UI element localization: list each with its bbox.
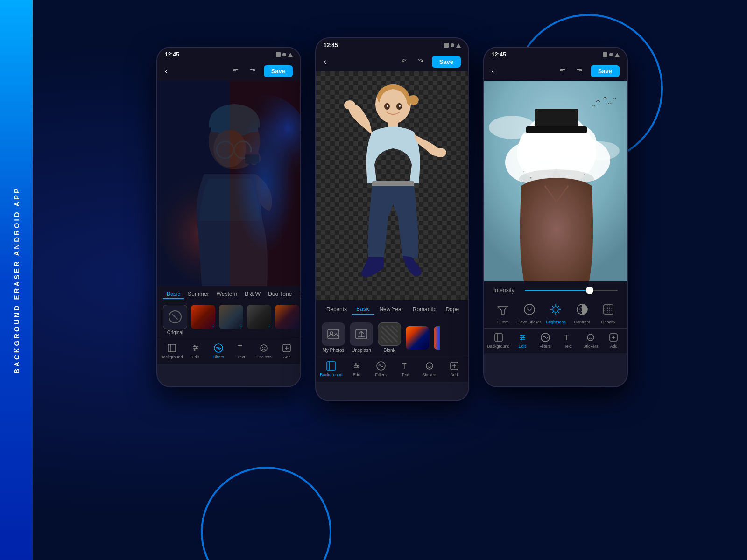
filter-tab-summer[interactable]: Summer bbox=[184, 290, 212, 299]
phone3-nav-background[interactable]: Background bbox=[487, 332, 509, 349]
filter-item-1[interactable]: ↓ bbox=[191, 305, 215, 335]
filter-tab-ha[interactable]: Ha bbox=[296, 290, 300, 299]
sunset-thumbnail bbox=[406, 326, 429, 350]
edit-tool-contrast[interactable]: Contrast bbox=[571, 301, 594, 324]
svg-point-101 bbox=[521, 335, 522, 336]
phone1-nav-edit[interactable]: Edit bbox=[185, 343, 206, 359]
phone3-stickers-nav-icon bbox=[585, 332, 596, 343]
filter-tab-basic[interactable]: Basic bbox=[163, 290, 184, 299]
bg-tab-dope[interactable]: Dope bbox=[441, 304, 464, 315]
phone2-nav-label-text: Text bbox=[402, 372, 409, 377]
phone2-redo-button[interactable] bbox=[416, 58, 424, 66]
phone2-nav-edit[interactable]: Edit bbox=[346, 361, 367, 377]
phone1-nav-add[interactable]: Add bbox=[276, 343, 297, 359]
svg-rect-91 bbox=[604, 305, 613, 314]
phone3-edit-nav-icon bbox=[517, 332, 528, 343]
svg-point-74 bbox=[526, 183, 527, 184]
blank-pattern bbox=[381, 326, 398, 343]
bg-tab-newyear[interactable]: New Year bbox=[374, 304, 408, 315]
phone1-nav-text[interactable]: T Text bbox=[231, 343, 251, 359]
save-sticker-label: Save Sticker bbox=[517, 320, 541, 324]
phone2-nav-background[interactable]: Background bbox=[320, 361, 342, 377]
phone3-nav-label-edit: Edit bbox=[519, 344, 526, 349]
phone2-nav-filters[interactable]: Filters bbox=[371, 361, 391, 377]
bg-tab-romantic[interactable]: Romantic bbox=[408, 304, 441, 315]
bg-option-partial[interactable] bbox=[434, 326, 446, 350]
svg-text:T: T bbox=[402, 362, 407, 370]
phone2-undo-button[interactable] bbox=[400, 58, 409, 66]
phone3-background-nav-icon bbox=[493, 332, 504, 343]
phone1-battery-icon bbox=[288, 53, 293, 57]
phone2-save-button[interactable]: Save bbox=[432, 56, 461, 68]
edit-tool-save-sticker[interactable]: Save Sticker bbox=[517, 301, 541, 324]
phone3-nav-add[interactable]: Add bbox=[603, 332, 624, 349]
stickers-nav-icon bbox=[259, 343, 269, 353]
filter-item-original[interactable]: Original bbox=[163, 305, 187, 335]
woman-jumping-illustration bbox=[316, 71, 469, 300]
filter-tab-bw[interactable]: B & W bbox=[241, 290, 264, 299]
phone1-back-button[interactable]: ‹ bbox=[165, 66, 168, 76]
svg-point-75 bbox=[586, 185, 587, 186]
opacity-label: Opacity bbox=[601, 320, 616, 324]
phone2-toolbar-actions: Save bbox=[400, 56, 461, 68]
phone2-wifi-icon bbox=[451, 43, 454, 47]
svg-point-70 bbox=[530, 177, 532, 179]
phone2-nav-label-stickers: Stickers bbox=[422, 372, 437, 377]
phone2-signal-icon bbox=[444, 43, 449, 48]
phone1-nav-stickers[interactable]: Stickers bbox=[254, 343, 274, 359]
filter-item-4[interactable] bbox=[275, 305, 299, 335]
bg-option-blank[interactable]: Blank bbox=[378, 322, 401, 353]
download-icon-3: ↓ bbox=[268, 323, 270, 328]
intensity-slider[interactable] bbox=[525, 290, 618, 291]
edit-tool-brightness[interactable]: Brightness bbox=[544, 301, 567, 324]
phone3-undo-button[interactable] bbox=[559, 67, 567, 76]
phone1-photo-area bbox=[157, 81, 300, 286]
svg-point-20 bbox=[194, 349, 196, 351]
phone1-nav-label-background: Background bbox=[160, 355, 183, 359]
edit-tool-filters[interactable]: Filters bbox=[491, 301, 514, 324]
svg-point-34 bbox=[434, 148, 446, 157]
filter-thumb-1: ↓ bbox=[191, 305, 215, 329]
phone3-toolbar: ‹ Save bbox=[484, 62, 627, 81]
phone2-nav-stickers[interactable]: Stickers bbox=[419, 361, 440, 377]
svg-point-2 bbox=[218, 95, 300, 207]
phone3-battery-icon bbox=[615, 53, 620, 57]
svg-text:T: T bbox=[564, 334, 569, 342]
phone3-nav-stickers[interactable]: Stickers bbox=[580, 332, 601, 349]
filter-item-3[interactable]: ↓ bbox=[247, 305, 271, 335]
bg-tab-basic[interactable]: Basic bbox=[352, 304, 374, 315]
bg-tab-recents[interactable]: Recents bbox=[322, 304, 352, 315]
svg-rect-10 bbox=[245, 154, 259, 164]
filter-tab-western[interactable]: Western bbox=[213, 290, 241, 299]
phone1-nav-label-edit: Edit bbox=[192, 355, 199, 359]
bg-option-my-photos[interactable]: My Photos bbox=[322, 322, 345, 353]
phone1-status-bar: 12:45 bbox=[157, 48, 300, 62]
phone3-back-button[interactable]: ‹ bbox=[492, 66, 494, 76]
phone1-redo-button[interactable] bbox=[248, 67, 256, 76]
phone3-nav-filters[interactable]: Filters bbox=[535, 332, 556, 349]
bg-option-gradient[interactable] bbox=[406, 326, 429, 350]
phone2-status-bar: 12:45 bbox=[316, 38, 468, 52]
filter-thumb-4 bbox=[275, 305, 299, 329]
phone1-nav-background[interactable]: Background bbox=[160, 343, 183, 359]
phone1-save-button[interactable]: Save bbox=[264, 65, 293, 77]
phone2-back-button[interactable]: ‹ bbox=[324, 57, 326, 67]
bg-option-unsplash[interactable]: Unsplash bbox=[350, 322, 373, 353]
phone1-undo-button[interactable] bbox=[232, 67, 240, 76]
phones-container: 12:45 ‹ bbox=[47, 37, 738, 551]
phone1-signal-icon bbox=[276, 52, 281, 57]
edit-tool-opacity[interactable]: Opacity bbox=[597, 301, 620, 324]
phone1-nav-filters[interactable]: Filters bbox=[208, 343, 229, 359]
phone2-nav-label-add: Add bbox=[451, 372, 458, 377]
brightness-icon bbox=[547, 301, 564, 318]
filter-item-2[interactable]: ↓ bbox=[219, 305, 243, 335]
phone3-save-button[interactable]: Save bbox=[591, 65, 620, 77]
intensity-thumb[interactable] bbox=[586, 287, 593, 294]
phone3-nav-text[interactable]: T Text bbox=[557, 332, 578, 349]
phone3-redo-button[interactable] bbox=[575, 67, 583, 76]
filter-tab-duotone[interactable]: Duo Tone bbox=[264, 290, 296, 299]
phone2-nav-text[interactable]: T Text bbox=[395, 361, 416, 377]
phone2-nav-add[interactable]: Add bbox=[444, 361, 465, 377]
surreal-composite-photo bbox=[484, 81, 627, 281]
phone3-nav-edit[interactable]: Edit bbox=[512, 332, 533, 349]
